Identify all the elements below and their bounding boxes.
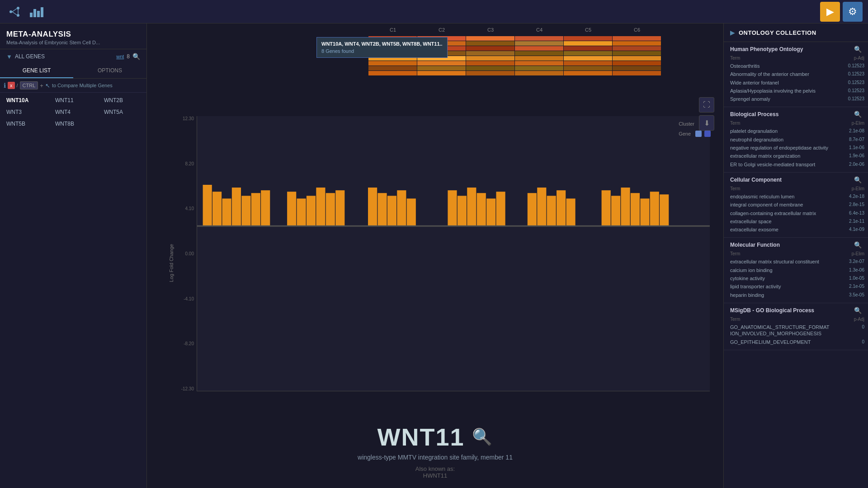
gene-wnt5b[interactable]: WNT5B [0,118,49,130]
y-tick-4: 4.10 [185,206,194,211]
bp-row-4[interactable]: extracellular matrix organization 1.9e-0… [730,152,864,160]
msigdb-row-1[interactable]: GO_ANATOMICAL_STRUCTURE_FORMAT ION_INVOL… [730,323,864,338]
svg-rect-61 [232,188,241,226]
tab-options[interactable]: OPTIONS [73,64,146,78]
svg-rect-84 [547,196,556,226]
ctrl-badge[interactable]: CTRL [20,81,38,89]
svg-rect-38 [564,56,612,61]
msigdb-search-icon[interactable]: 🔍 [854,307,862,314]
y-tick-neg12: -12.30 [181,386,194,391]
svg-rect-65 [287,192,296,226]
sidebar-search-icon[interactable]: 🔍 [132,53,140,60]
mf-row-2[interactable]: calcium ion binding 1.3e-06 [730,266,864,274]
mf-row-3[interactable]: cytokine activity 1.0e-05 [730,274,864,282]
gene-also-known-as-label: Also known as: [156,465,714,472]
network-icon[interactable] [5,3,24,21]
expand-icon[interactable]: ▼ [6,53,12,60]
gene-wnt4[interactable]: WNT4 [49,106,98,118]
svg-rect-26 [564,46,612,51]
bp-row-5[interactable]: ER to Golgi vesicle-mediated transport 2… [730,160,864,169]
svg-rect-88 [611,196,620,226]
svg-rect-36 [466,56,514,61]
svg-rect-18 [466,41,514,46]
hp-row-4[interactable]: Aplasia/Hypoplasia involving the pelvis … [730,87,864,95]
svg-rect-55 [515,71,563,75]
info-icon[interactable]: ℹ [4,82,6,89]
gene-wnt10a[interactable]: WNT10A [0,94,49,106]
hp-row-2[interactable]: Abnormality of the anterior chamber 0.12… [730,70,864,78]
bp-row-1[interactable]: platelet degranulation 2.1e-08 [730,127,864,135]
sidebar-toolbar: ℹ x / CTRL + ↖ to Compare Multiple Genes [0,79,146,93]
svg-rect-62 [241,196,250,226]
section-bio-process: Biological Process 🔍 Term p-Elim platele… [724,107,868,172]
svg-rect-91 [640,198,649,226]
gene-info-panel: WNT11 🔍 wingless-type MMTV integration s… [147,414,723,488]
settings-button[interactable]: ⚙ [843,2,863,22]
tooltip-genes: WNT10A, WNT4, WNT2B, WNT5B, WNT8B, WNT11… [321,41,443,47]
cursor-icon: ↖ [45,82,50,89]
svg-rect-79 [477,193,486,226]
expand-chart-button[interactable]: ⛶ [699,97,714,113]
svg-rect-93 [660,194,669,226]
main-layout: META-ANALYSIS Meta-Analysis of Embryonic… [0,23,868,488]
also-known-label: Also known as: [415,465,455,472]
section-human-phenotype: Human Phenotype Ontology 🔍 Term p-Adj Os… [724,42,868,107]
svg-rect-63 [251,193,260,226]
heatmap-tooltip: WNT10A, WNT4, WNT2B, WNT5B, WNT8B, WNT11… [316,37,448,58]
center-panel: C1 C2 C3 C4 C5 C6 WNT10A, WNT4, WNT2B, W… [147,23,723,488]
msigdb-row-2[interactable]: GO_EPITHELIUM_DEVELOPMENT 0 [730,338,864,346]
all-genes-row: ▼ ALL GENES wnt 8 🔍 [0,49,146,62]
msigdb-table-header: Term p-Adj [730,316,864,323]
mf-row-1[interactable]: extracellular matrix structural constitu… [730,258,864,266]
mf-row-4[interactable]: lipid transporter activity 2.1e-05 [730,282,864,291]
human-phenotype-search-icon[interactable]: 🔍 [854,46,862,53]
bar-chart-svg[interactable] [197,116,710,391]
molecular-function-search-icon[interactable]: 🔍 [854,241,862,249]
cc-row-3[interactable]: collagen-containing extracellular matrix… [730,209,864,217]
sidebar-header: META-ANALYSIS Meta-Analysis of Embryonic… [0,23,146,49]
download-chart-button[interactable]: ⬇ [699,115,714,131]
wnt-tag[interactable]: wnt [116,54,124,59]
gene-search-icon[interactable]: 🔍 [472,427,493,446]
tab-gene-list[interactable]: GENE LIST [0,64,73,78]
cc-row-5[interactable]: extracellular exosome 4.1e-09 [730,225,864,234]
gene-wnt11[interactable]: WNT11 [49,94,98,106]
y-axis: 12.30 8.20 4.10 0.00 -4.10 -8.20 -12.30 [174,116,197,391]
cc-row-1[interactable]: endoplasmic reticulum lumen 4.2e-18 [730,192,864,201]
hp-row-1[interactable]: Osteoarthritis 0.12523 [730,62,864,70]
bio-process-search-icon[interactable]: 🔍 [854,111,862,118]
svg-rect-42 [466,61,514,66]
bp-row-2[interactable]: neutrophil degranulation 8.7e-07 [730,136,864,144]
svg-rect-71 [368,188,377,226]
svg-rect-37 [515,56,563,61]
play-button[interactable]: ▶ [820,2,840,22]
svg-rect-53 [417,71,466,75]
hp-row-3[interactable]: Wide anterior fontanel 0.12523 [730,79,864,87]
gene-wnt8b[interactable]: WNT8B [49,118,98,130]
gene-wnt5a[interactable]: WNT5A [98,106,146,118]
gene-wnt3[interactable]: WNT3 [0,106,49,118]
compare-label[interactable]: to Compare Multiple Genes [52,83,113,88]
svg-rect-19 [515,41,563,46]
hp-row-5[interactable]: Sprengel anomaly 0.12523 [730,95,864,103]
clear-button[interactable]: x [8,82,15,89]
svg-rect-57 [613,71,661,75]
cellular-component-header: Cellular Component 🔍 [724,173,868,185]
cc-row-2[interactable]: integral component of membrane 2.8e-15 [730,201,864,209]
svg-rect-73 [387,196,396,226]
all-genes-label: ALL GENES [15,53,116,60]
col-c3: C3 [466,27,515,33]
y-tick-neg8: -8.20 [184,341,194,346]
cc-row-4[interactable]: extracellular space 2.1e-11 [730,217,864,225]
svg-rect-66 [297,198,306,226]
svg-rect-80 [486,198,495,226]
bp-row-3[interactable]: negative regulation of endopeptidase act… [730,144,864,152]
gene-wnt2b[interactable]: WNT2B [98,94,146,106]
cellular-component-search-icon[interactable]: 🔍 [854,176,862,183]
svg-rect-76 [448,190,457,226]
svg-rect-58 [203,185,212,226]
chart-icon[interactable] [28,3,46,21]
gene-name-display: WNT11 🔍 [156,423,714,451]
mf-row-5[interactable]: heparin binding 3.5e-05 [730,291,864,299]
svg-rect-31 [515,51,563,56]
